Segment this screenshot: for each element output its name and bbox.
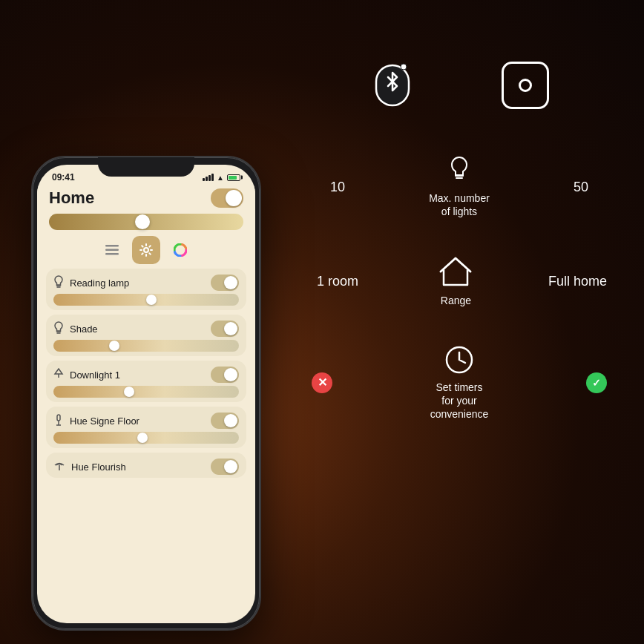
light-shade-icon: [53, 321, 64, 337]
brightness-knob: [135, 214, 150, 229]
timers-label: Set timersfor yourconvenience: [430, 381, 489, 421]
light-toggle-downlight[interactable]: [211, 367, 239, 383]
content-wrapper: 09:41 ▲: [0, 0, 644, 644]
range-label: Range: [441, 294, 471, 307]
wifi-icon: ▲: [217, 174, 224, 182]
app-title: Home: [49, 188, 94, 208]
tab-color[interactable]: [166, 236, 194, 264]
home-toggle[interactable]: [211, 188, 243, 208]
svg-rect-2: [105, 253, 119, 255]
slider-knob: [109, 341, 119, 351]
light-name-shade: Shade: [70, 323, 98, 335]
status-icons: ▲: [203, 174, 240, 182]
battery-icon: [227, 174, 240, 181]
toggle-knob: [224, 276, 237, 289]
top-icons-row: [297, 59, 622, 111]
hub-dot: [519, 79, 532, 92]
phone-screen: 09:41 ▲: [37, 165, 255, 623]
tab-settings[interactable]: [132, 236, 160, 264]
light-item-flourish: Hue Flourish: [46, 453, 246, 478]
light-slider-reading-lamp[interactable]: [53, 294, 239, 306]
range-row: 1 room Range Full home: [297, 255, 622, 307]
hub-feature: [502, 62, 549, 109]
app-header: Home: [37, 185, 255, 212]
svg-point-3: [144, 248, 148, 252]
toggle-knob: [226, 190, 242, 206]
range-min-value: 1 room: [312, 274, 364, 289]
light-name-reading-lamp: Reading lamp: [70, 277, 129, 289]
timers-center: Set timersfor yourconvenience: [407, 345, 511, 421]
signal-icon: [203, 174, 214, 181]
max-lights-label: Max. numberof lights: [429, 191, 490, 218]
light-slider-signe[interactable]: [53, 432, 239, 444]
tab-bar: [49, 236, 243, 264]
phone-mockup: 09:41 ▲: [31, 156, 261, 631]
light-toggle-reading-lamp[interactable]: [211, 275, 239, 291]
light-slider-downlight[interactable]: [53, 386, 239, 398]
status-time: 09:41: [52, 172, 75, 183]
light-item-reading-lamp: Reading lamp: [46, 269, 246, 310]
light-toggle-signe[interactable]: [211, 413, 239, 429]
no-timers-icon: ✕: [312, 372, 332, 393]
toggle-knob: [224, 322, 237, 335]
light-toggle-flourish[interactable]: [211, 459, 239, 475]
slider-knob: [124, 387, 134, 397]
range-center: Range: [404, 255, 507, 307]
svg-marker-5: [55, 369, 62, 374]
min-lights-value: 10: [312, 180, 364, 195]
toggle-knob: [224, 460, 237, 473]
range-max-value: Full home: [548, 274, 607, 289]
max-lights-value: 50: [555, 180, 607, 195]
slider-knob: [146, 295, 157, 305]
phone-outer: 09:41 ▲: [31, 156, 261, 631]
light-bulb-icon: [53, 275, 64, 291]
svg-rect-7: [57, 415, 60, 421]
yes-timers-icon: ✓: [586, 372, 607, 393]
light-bulb-feature-icon: [449, 156, 470, 185]
light-name-flourish: Hue Flourish: [71, 461, 126, 473]
svg-rect-1: [105, 249, 119, 252]
light-item-signe: Hue Signe Floor: [46, 407, 246, 448]
flourish-icon: [53, 461, 65, 473]
downlight-icon: [53, 367, 64, 383]
toggle-knob: [224, 414, 237, 427]
features-area: 10 Max. numberof lights 50 1 room Range: [297, 59, 622, 622]
house-icon: [438, 255, 473, 288]
light-toggle-shade[interactable]: [211, 321, 239, 337]
light-slider-shade[interactable]: [53, 340, 239, 352]
light-name-downlight: Downlight 1: [70, 369, 120, 381]
hub-icon: [502, 62, 549, 109]
light-name-signe: Hue Signe Floor: [70, 415, 139, 427]
signe-floor-icon: [53, 413, 64, 429]
light-item-shade: Shade: [46, 315, 246, 356]
timers-row: ✕ Set timersfor yourconvenience ✓: [297, 345, 622, 421]
max-lights-center: Max. numberof lights: [407, 156, 511, 218]
svg-rect-0: [105, 245, 119, 247]
light-item-downlight: Downlight 1: [46, 361, 246, 402]
max-lights-row: 10 Max. numberof lights 50: [297, 156, 622, 218]
bluetooth-feature: [370, 59, 415, 111]
clock-icon: [444, 345, 474, 375]
tab-list[interactable]: [98, 236, 126, 264]
slider-knob: [137, 433, 148, 443]
toggle-knob: [224, 368, 237, 381]
phone-notch: [98, 157, 194, 177]
bluetooth-icon: [370, 59, 415, 111]
brightness-slider[interactable]: [49, 214, 243, 230]
svg-point-12: [401, 64, 407, 70]
